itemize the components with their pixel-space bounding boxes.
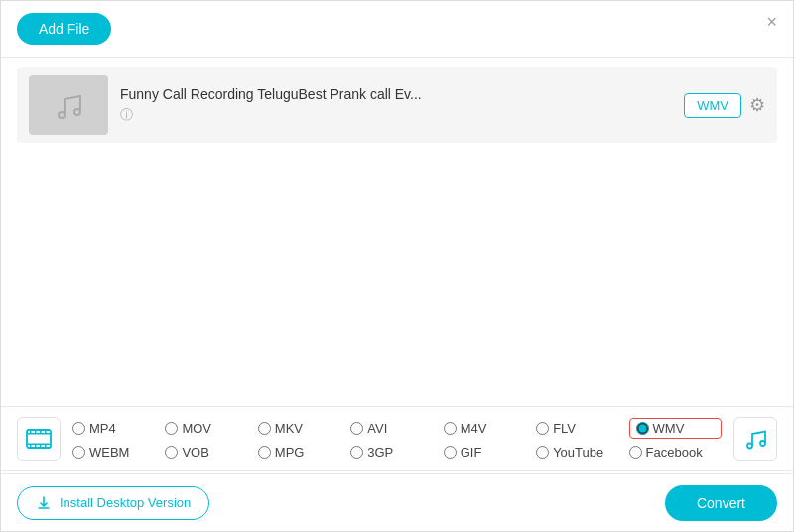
svg-rect-7 <box>40 430 42 433</box>
format-radio-avi[interactable] <box>350 422 363 435</box>
audio-format-button[interactable] <box>733 417 777 461</box>
format-option-mp4[interactable]: MP4 <box>72 418 165 439</box>
format-label-facebook: Facebook <box>646 445 703 460</box>
format-option-facebook[interactable]: Facebook <box>629 445 722 460</box>
format-label-mov: MOV <box>182 421 211 436</box>
svg-rect-4 <box>27 444 51 446</box>
video-format-icon <box>17 417 61 461</box>
format-radio-m4v[interactable] <box>444 422 457 435</box>
svg-rect-12 <box>45 445 47 448</box>
format-radio-wmv[interactable] <box>636 422 649 435</box>
svg-rect-5 <box>30 430 32 433</box>
file-meta: ⓘ <box>120 106 672 124</box>
format-bar: MP4 MOV MKV AVI M4V FLV WMV WEBM <box>1 406 793 471</box>
format-radio-gif[interactable] <box>444 446 457 459</box>
format-badge[interactable]: WMV <box>684 93 741 118</box>
close-button[interactable]: × <box>766 13 777 31</box>
format-label-youtube: YouTube <box>553 445 603 460</box>
file-name: Funny Call Recording TeluguBest Prank ca… <box>120 86 672 102</box>
format-option-mkv[interactable]: MKV <box>258 418 350 439</box>
header: Add File × <box>1 1 793 58</box>
install-desktop-button[interactable]: Install Desktop Version <box>17 486 209 520</box>
format-label-wmv: WMV <box>653 421 685 436</box>
format-radio-3gp[interactable] <box>350 446 363 459</box>
audio-icon <box>742 426 768 452</box>
format-radio-webm[interactable] <box>72 446 85 459</box>
file-list: Funny Call Recording TeluguBest Prank ca… <box>1 58 793 153</box>
film-icon <box>25 425 53 453</box>
file-item: Funny Call Recording TeluguBest Prank ca… <box>17 67 777 143</box>
format-option-youtube[interactable]: YouTube <box>536 445 628 460</box>
format-label-avi: AVI <box>367 421 387 436</box>
format-option-3gp[interactable]: 3GP <box>350 445 443 460</box>
format-radio-facebook[interactable] <box>629 446 642 459</box>
format-option-gif[interactable]: GIF <box>444 445 536 460</box>
format-radio-mkv[interactable] <box>258 422 271 435</box>
format-label-mkv: MKV <box>275 421 303 436</box>
format-option-mpg[interactable]: MPG <box>258 445 350 460</box>
music-icon <box>51 87 86 123</box>
svg-point-1 <box>74 109 80 115</box>
svg-point-14 <box>760 441 765 446</box>
format-label-3gp: 3GP <box>367 445 393 460</box>
add-file-button[interactable]: Add File <box>17 13 111 45</box>
format-label-webm: WEBM <box>89 445 129 460</box>
install-label: Install Desktop Version <box>60 495 191 510</box>
format-option-avi[interactable]: AVI <box>350 418 443 439</box>
format-label-gif: GIF <box>461 445 482 460</box>
settings-button[interactable]: ⚙ <box>749 94 765 116</box>
format-radio-mov[interactable] <box>165 422 178 435</box>
svg-rect-9 <box>30 445 32 448</box>
file-thumbnail <box>29 75 108 135</box>
format-radio-mp4[interactable] <box>72 422 85 435</box>
format-label-flv: FLV <box>553 421 576 436</box>
format-label-m4v: M4V <box>461 421 487 436</box>
format-option-vob[interactable]: VOB <box>165 445 257 460</box>
footer: Install Desktop Version Convert <box>1 473 793 531</box>
svg-rect-6 <box>35 430 37 433</box>
svg-rect-8 <box>45 430 47 433</box>
format-option-mov[interactable]: MOV <box>165 418 257 439</box>
format-option-m4v[interactable]: M4V <box>444 418 536 439</box>
svg-rect-10 <box>35 445 37 448</box>
svg-rect-11 <box>40 445 42 448</box>
format-label-vob: VOB <box>182 445 208 460</box>
format-radio-flv[interactable] <box>536 422 549 435</box>
file-info: Funny Call Recording TeluguBest Prank ca… <box>120 86 672 124</box>
format-option-wmv[interactable]: WMV <box>629 418 722 439</box>
svg-point-0 <box>59 112 65 118</box>
format-label-mp4: MP4 <box>89 421 116 436</box>
svg-point-13 <box>747 444 752 449</box>
format-label-mpg: MPG <box>275 445 305 460</box>
format-option-webm[interactable]: WEBM <box>72 445 165 460</box>
file-actions: WMV ⚙ <box>684 93 765 118</box>
format-radio-mpg[interactable] <box>258 446 271 459</box>
format-radio-youtube[interactable] <box>536 446 549 459</box>
format-options: MP4 MOV MKV AVI M4V FLV WMV WEBM <box>72 418 722 460</box>
download-icon <box>36 495 52 511</box>
svg-rect-3 <box>27 433 51 435</box>
format-option-flv[interactable]: FLV <box>536 418 628 439</box>
info-icon[interactable]: ⓘ <box>120 106 133 124</box>
convert-button[interactable]: Convert <box>665 485 777 521</box>
format-radio-vob[interactable] <box>165 446 178 459</box>
